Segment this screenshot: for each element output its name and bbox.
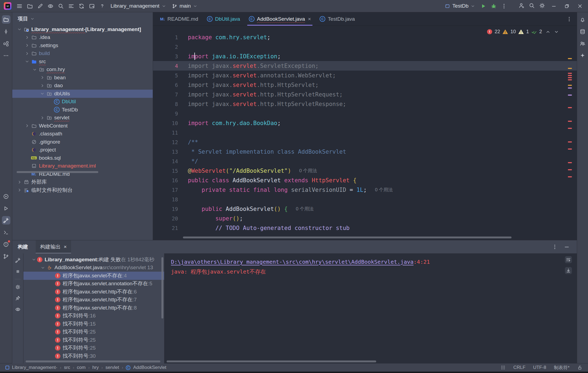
structure-icon[interactable]	[2, 39, 10, 48]
chevron-down-icon[interactable]	[30, 257, 37, 262]
line-number[interactable]: 6	[153, 82, 188, 88]
search-icon[interactable]	[527, 1, 536, 10]
stripe-mark[interactable]	[568, 75, 572, 76]
chevron-right-icon[interactable]	[39, 115, 45, 120]
build-tree-vertical-scrollbar[interactable]	[161, 257, 163, 319]
tree-item-.project[interactable]: .project	[12, 146, 153, 154]
usage-hint[interactable]: 0 个用法	[375, 187, 393, 193]
breadcrumb-item[interactable]: Library_management-	[12, 365, 57, 370]
breadcrumb-item[interactable]: AddBookServlet	[133, 365, 166, 370]
folder-icon[interactable]	[25, 1, 34, 11]
build-message-row[interactable]: !程序包javax.servlet.annotation不存在 :5	[23, 280, 164, 288]
tree-item-src[interactable]: src	[12, 57, 153, 66]
search-icon[interactable]	[56, 1, 65, 11]
stripe-mark[interactable]	[568, 128, 572, 129]
line-number[interactable]: 1	[153, 34, 188, 40]
build-message-row[interactable]: !Library_management: 构建 失败 在 1秒842毫秒	[23, 256, 164, 264]
line-number[interactable]: 11	[153, 130, 188, 136]
breadcrumb-item[interactable]: src	[64, 365, 70, 370]
line-number[interactable]: 12	[153, 139, 188, 145]
stripe-mark[interactable]	[568, 73, 572, 74]
tab-build-output[interactable]: 构建输出 ×	[36, 240, 71, 253]
stripe-mark[interactable]	[568, 176, 572, 177]
minimize-icon[interactable]	[563, 243, 571, 251]
build-message-row[interactable]: !找不到符号 :16	[23, 312, 164, 320]
stripe-mark[interactable]	[568, 68, 572, 69]
stripe-mark[interactable]	[568, 95, 572, 96]
close-icon[interactable]: ×	[308, 16, 311, 22]
chevron-right-icon[interactable]	[39, 75, 45, 80]
tree-item-Library_management-[interactable]: Library_management- [Library_management]	[12, 25, 153, 34]
chevron-right-icon[interactable]	[16, 180, 23, 184]
inspection-widget[interactable]: ! 22 ! 10 ! 1 2	[487, 29, 559, 35]
line-number[interactable]: 4	[153, 63, 188, 69]
chevron-down-icon[interactable]	[39, 91, 45, 96]
help-icon[interactable]	[97, 1, 107, 11]
console-horizontal-scrollbar[interactable]	[167, 360, 376, 362]
build-tree-horizontal-scrollbar[interactable]	[26, 360, 160, 362]
build-message-row[interactable]: !找不到符号 :25	[23, 328, 164, 336]
scroll-end-icon[interactable]	[565, 267, 572, 274]
terminal-icon[interactable]	[2, 228, 10, 236]
breadcrumb-item[interactable]: com	[77, 365, 85, 370]
hammer-icon[interactable]	[14, 257, 21, 264]
line-number[interactable]: 18	[153, 196, 188, 202]
line-number[interactable]: 13	[153, 149, 188, 155]
build-message-row[interactable]: !找不到符号 :25	[23, 336, 164, 344]
project-horizontal-scrollbar[interactable]	[17, 171, 98, 173]
line-number[interactable]: 5	[153, 72, 188, 78]
tree-item-Library_management.iml[interactable]: Library_management.iml	[12, 162, 153, 170]
ai-sparkle-icon[interactable]	[578, 51, 587, 60]
line-number[interactable]: 16	[153, 177, 188, 183]
run-icon[interactable]	[2, 204, 10, 213]
soft-wrap-icon[interactable]	[565, 256, 572, 263]
kebab-icon[interactable]	[551, 243, 559, 251]
tree-item-build[interactable]: build	[12, 50, 153, 58]
status-widget-制表符[interactable]: 制表符*	[554, 365, 569, 371]
stripe-mark[interactable]	[568, 85, 572, 86]
run-circle-icon[interactable]	[2, 192, 10, 201]
kebab-icon[interactable]	[564, 14, 574, 24]
line-number[interactable]: 3	[153, 53, 188, 59]
editor-horizontal-scrollbar[interactable]	[183, 236, 512, 238]
tree-item-dao[interactable]: dao	[12, 82, 153, 90]
tree-item-.gitignore[interactable]: .gitignore	[12, 138, 153, 146]
settings-icon[interactable]	[537, 1, 547, 10]
chevron-right-icon[interactable]	[24, 123, 30, 128]
stripe-mark[interactable]	[568, 107, 572, 108]
more-icon[interactable]	[2, 51, 10, 60]
file-link[interactable]: D:\java\others\Library_management-\src\c…	[171, 259, 414, 265]
menu-icon[interactable]	[15, 1, 24, 11]
build-message-row[interactable]: !程序包javax.servlet.http不存在 :7	[23, 296, 164, 304]
sync-icon[interactable]	[77, 1, 86, 11]
align-icon[interactable]	[66, 1, 76, 11]
chevron-down-icon[interactable]	[16, 27, 23, 32]
stripe-mark[interactable]	[568, 77, 572, 78]
notifications-icon[interactable]	[578, 15, 587, 24]
close-icon[interactable]: ×	[64, 244, 67, 250]
chevron-right-icon[interactable]	[24, 51, 30, 56]
line-number[interactable]: 7	[153, 92, 188, 98]
chevron-down-icon[interactable]	[24, 59, 30, 64]
tab-AddBookServlet.java[interactable]: CAddBookServlet.java×	[244, 12, 316, 26]
chevron-down-icon[interactable]	[31, 67, 38, 72]
line-number[interactable]: 10	[153, 120, 188, 126]
project-folder-icon[interactable]	[2, 15, 10, 24]
git-branch-icon[interactable]	[2, 252, 10, 260]
maximize-icon[interactable]	[561, 1, 573, 11]
build-message-row[interactable]: !找不到符号 :30	[23, 352, 164, 360]
tree-item-DbUtil[interactable]: CDbUtil	[12, 98, 153, 106]
bug-icon[interactable]	[489, 1, 498, 11]
database-icon[interactable]	[578, 27, 587, 36]
tree-item-books.sql[interactable]: SQLbooks.sql	[12, 154, 153, 162]
build-message-row[interactable]: !程序包javax.servlet不存在 :4	[23, 272, 164, 280]
usage-hint[interactable]: 0 个用法	[299, 168, 317, 174]
line-number[interactable]: 14	[153, 158, 188, 164]
status-widget-UTF8[interactable]: UTF-8	[533, 365, 546, 370]
tree-item-servlet[interactable]: servlet	[12, 114, 153, 122]
chevron-down-icon[interactable]	[30, 17, 34, 21]
chevron-right-icon[interactable]	[39, 83, 45, 88]
stripe-mark[interactable]	[568, 148, 572, 150]
tree-item-.settings[interactable]: .settings	[12, 41, 153, 50]
build-message-row[interactable]: AddBookServlet.java src\com\hry\servlet …	[23, 264, 164, 272]
